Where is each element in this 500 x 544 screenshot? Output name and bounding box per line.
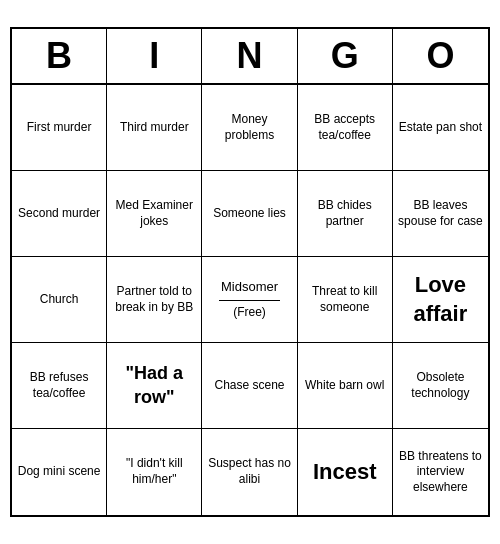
- bingo-card: BINGO First murderThird murderMoney prob…: [10, 27, 490, 517]
- bingo-cell: Estate pan shot: [393, 85, 488, 171]
- cell-text: Med Examiner jokes: [111, 198, 197, 229]
- cell-text: Chase scene: [214, 378, 284, 394]
- header-letter: I: [107, 29, 202, 83]
- bingo-cell: Money problems: [202, 85, 297, 171]
- cell-text: BB refuses tea/coffee: [16, 370, 102, 401]
- bingo-cell: Second murder: [12, 171, 107, 257]
- header-letter: B: [12, 29, 107, 83]
- header-letter: O: [393, 29, 488, 83]
- bingo-cell: BB refuses tea/coffee: [12, 343, 107, 429]
- header-letter: G: [298, 29, 393, 83]
- header-letter: N: [202, 29, 297, 83]
- bingo-cell: Med Examiner jokes: [107, 171, 202, 257]
- cell-text: White barn owl: [305, 378, 384, 394]
- bingo-cell: Partner told to break in by BB: [107, 257, 202, 343]
- bingo-grid: First murderThird murderMoney problemsBB…: [12, 85, 488, 515]
- free-midsomer-label: Midsomer: [221, 279, 278, 296]
- bingo-cell: Third murder: [107, 85, 202, 171]
- bingo-cell: "Had a row": [107, 343, 202, 429]
- cell-text: "Had a row": [111, 362, 197, 409]
- bingo-cell: Incest: [298, 429, 393, 515]
- cell-text: "I didn't kill him/her": [111, 456, 197, 487]
- cell-text: Second murder: [18, 206, 100, 222]
- bingo-cell: Chase scene: [202, 343, 297, 429]
- bingo-cell: BB leaves spouse for case: [393, 171, 488, 257]
- cell-text: Incest: [313, 458, 377, 487]
- cell-text: Love affair: [397, 271, 484, 328]
- cell-text: Estate pan shot: [399, 120, 482, 136]
- cell-text: Suspect has no alibi: [206, 456, 292, 487]
- bingo-cell: Midsomer (Free): [202, 257, 297, 343]
- bingo-cell: BB chides partner: [298, 171, 393, 257]
- cell-text: Church: [40, 292, 79, 308]
- bingo-cell: White barn owl: [298, 343, 393, 429]
- cell-text: Obsolete technology: [397, 370, 484, 401]
- bingo-cell: "I didn't kill him/her": [107, 429, 202, 515]
- cell-text: BB chides partner: [302, 198, 388, 229]
- free-label: (Free): [233, 305, 266, 321]
- cell-text: BB threatens to interview elsewhere: [397, 449, 484, 496]
- bingo-cell: Suspect has no alibi: [202, 429, 297, 515]
- bingo-cell: Threat to kill someone: [298, 257, 393, 343]
- cell-text: Someone lies: [213, 206, 286, 222]
- cell-text: Money problems: [206, 112, 292, 143]
- cell-text: BB leaves spouse for case: [397, 198, 484, 229]
- bingo-header: BINGO: [12, 29, 488, 85]
- cell-text: BB accepts tea/coffee: [302, 112, 388, 143]
- bingo-cell: BB accepts tea/coffee: [298, 85, 393, 171]
- cell-text: Partner told to break in by BB: [111, 284, 197, 315]
- cell-text: Dog mini scene: [18, 464, 101, 480]
- bingo-cell: Obsolete technology: [393, 343, 488, 429]
- cell-text: Third murder: [120, 120, 189, 136]
- bingo-cell: BB threatens to interview elsewhere: [393, 429, 488, 515]
- bingo-cell: Dog mini scene: [12, 429, 107, 515]
- cell-text: First murder: [27, 120, 92, 136]
- bingo-cell: Church: [12, 257, 107, 343]
- cell-text: Threat to kill someone: [302, 284, 388, 315]
- bingo-cell: First murder: [12, 85, 107, 171]
- bingo-cell: Love affair: [393, 257, 488, 343]
- bingo-cell: Someone lies: [202, 171, 297, 257]
